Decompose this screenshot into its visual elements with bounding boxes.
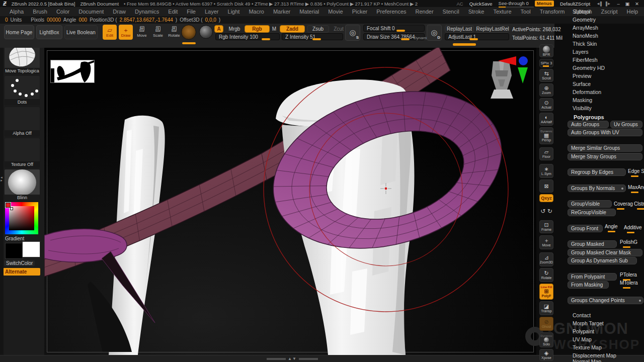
palette-section-thick-skin[interactable]: Thick Skin — [573, 41, 597, 47]
groups-by-normals-button[interactable]: Groups By Normals — [568, 185, 626, 192]
frame-button[interactable]: ⊡Frame — [539, 220, 553, 233]
palette-section-contact[interactable]: Contact — [573, 312, 591, 318]
menu-dynamics[interactable]: Dynamics — [130, 9, 164, 15]
menu-alpha[interactable]: Alpha — [5, 9, 28, 15]
palette-section-geometry-hd[interactable]: Geometry HD — [573, 65, 605, 71]
menu-file[interactable]: File — [182, 9, 200, 15]
see-through-slider[interactable]: See-through 0 — [499, 1, 529, 7]
menu-movie[interactable]: Movie — [324, 9, 347, 15]
move-mode-button[interactable]: ▭M Move — [135, 25, 149, 40]
regroupvisible-button[interactable]: ReGroupVisible — [568, 209, 616, 216]
menu-picker[interactable]: Picker — [348, 9, 372, 15]
menu-marker[interactable]: Marker — [269, 9, 295, 15]
defaultzscript-button[interactable]: DefaultZScript — [560, 1, 590, 7]
rotate-mode-button[interactable]: ▭R Rotate — [167, 25, 181, 40]
palette-section-fibermesh[interactable]: FiberMesh — [573, 57, 598, 63]
floor-button[interactable]: ▱Floor — [539, 147, 553, 160]
rgb-intensity-slider[interactable]: Rgb Intensity 100 — [215, 33, 280, 40]
palette-section-arraymesh[interactable]: ArrayMesh — [573, 25, 598, 31]
solo-button[interactable]: DynamicSolo — [539, 332, 553, 347]
polish-groups-slider[interactable]: PolishG — [620, 239, 637, 247]
rotate-camera-button[interactable]: ↻Rotate — [539, 268, 553, 282]
zoom-button[interactable]: ⊕Zoom — [539, 83, 553, 97]
menu-layer[interactable]: Layer — [200, 9, 223, 15]
group-masked-clear-mask-button[interactable]: Group Masked Clear Mask — [568, 249, 642, 256]
palette-section-texture-map[interactable]: Texture Map — [573, 344, 602, 350]
replay-last-rel-button[interactable]: ReplayLastRel — [476, 25, 509, 33]
groups-changed-points-button[interactable]: Groups Changed Points — [568, 297, 643, 304]
palette-section-uv-map[interactable]: UV Map — [573, 336, 592, 342]
lazy-mouse-selector[interactable]: ◎D — [427, 25, 442, 41]
palette-section-subtool[interactable]: Subtool — [573, 9, 591, 15]
zoom3d-button[interactable]: ⊿Zoom3D — [539, 252, 553, 266]
camera-lock-button[interactable]: ⊠ — [539, 179, 553, 193]
menu-draw[interactable]: Draw — [108, 9, 130, 15]
document-thumbnail[interactable] — [50, 60, 95, 83]
zcut-toggle[interactable]: Zcut — [331, 25, 346, 33]
a-toggle-button[interactable]: A — [214, 25, 223, 33]
palette-section-morph-target[interactable]: Morph Target — [573, 320, 604, 326]
palette-section-displacement-map[interactable]: Displacement Map — [573, 352, 616, 358]
polyframe-button[interactable]: Line Fill⊞PolyF — [539, 284, 553, 300]
spix-slider[interactable]: SPix 3 — [539, 59, 553, 67]
palette-section-surface[interactable]: Surface — [573, 81, 591, 87]
alternate-button[interactable]: Alternate — [3, 268, 40, 276]
focal-shift-slider[interactable]: Focal Shift 0 — [363, 25, 425, 32]
mrgb-toggle[interactable]: Mrgb — [225, 25, 244, 33]
menu-stroke[interactable]: Stroke — [464, 9, 489, 15]
spin-buttons[interactable]: ↺ ↻ — [539, 204, 553, 219]
palette-section-preview[interactable]: Preview — [573, 73, 591, 79]
alpha-tile[interactable]: Alpha Off — [4, 107, 40, 137]
stroke-type-tile[interactable]: Dots — [4, 75, 40, 106]
bottom-tray-toggle-icon[interactable]: ▲▼ — [288, 356, 297, 361]
local-symmetry-button[interactable]: ∗L.Sym — [539, 164, 553, 178]
stroke-selector[interactable]: ◎S — [345, 25, 360, 41]
menu-color[interactable]: Color — [52, 9, 74, 15]
material-tile[interactable]: Blinn — [4, 169, 40, 201]
palette-section-visibility[interactable]: Visibility — [573, 105, 592, 111]
auto-groups-button[interactable]: Auto Groups — [568, 121, 609, 128]
menus-button[interactable]: Menus — [535, 1, 554, 7]
polypaint-tolerance-slider[interactable]: PTolera — [620, 272, 637, 280]
tray-toggle-icons[interactable]: ◄▌ ▐► — [596, 2, 611, 6]
menu-stencil[interactable]: Stencil — [438, 9, 464, 15]
bottom-tray-bar-right[interactable] — [299, 358, 318, 360]
transparency-button[interactable]: ◪Transp — [539, 301, 553, 315]
menu-render[interactable]: Render — [411, 9, 438, 15]
qxyz-button[interactable]: Qxyz — [539, 194, 553, 202]
group-as-dynamesh-sub-button[interactable]: Group As Dynamesh Sub — [568, 257, 637, 264]
zsub-toggle[interactable]: Zsub — [307, 25, 329, 33]
palette-section-layers[interactable]: Layers — [573, 49, 589, 55]
edge-smoothness-slider[interactable]: Edge Se — [628, 168, 644, 176]
menu-texture[interactable]: Texture — [489, 9, 516, 15]
draw-mode-button[interactable]: ＋ Draw — [119, 25, 133, 40]
zadd-toggle[interactable]: Zadd — [280, 25, 305, 33]
from-polypaint-button[interactable]: From Polypaint — [568, 273, 617, 281]
edit-mode-button[interactable]: ▱ Edit — [103, 25, 117, 40]
main-color-swatch[interactable] — [5, 243, 23, 259]
aahalf-button[interactable]: ◐AAHalf — [539, 113, 553, 126]
menu-brush[interactable]: Brush — [28, 9, 52, 15]
merge-stray-groups-button[interactable]: Merge Stray Groups — [568, 153, 642, 160]
actual-button[interactable]: ⊙Actual — [539, 98, 553, 111]
coverage-slider[interactable]: Coverag — [614, 201, 633, 209]
menu-preferences[interactable]: Preferences — [372, 9, 411, 15]
palette-section-masking[interactable]: Masking — [573, 97, 592, 103]
cluster-slider[interactable]: Clstr 0. — [634, 201, 644, 209]
z-intensity-slider[interactable]: Z Intensity 51 — [282, 33, 343, 40]
additive-slider[interactable]: Additive — [624, 225, 642, 232]
brush-preview-swatch[interactable] — [181, 25, 196, 40]
merge-similar-groups-button[interactable]: Merge Similar Groups — [568, 144, 642, 152]
bpr-button[interactable]: BPR — [539, 44, 553, 57]
groupvisible-button[interactable]: GroupVisible — [568, 200, 612, 208]
switchcolor-button[interactable]: SwitchColor — [4, 260, 35, 266]
bottom-tray-bar-left[interactable] — [267, 358, 286, 360]
scale-mode-button[interactable]: ▭S Scale — [151, 25, 165, 40]
xpose-button[interactable]: ◈Xpose — [539, 349, 553, 361]
auto-groups-with-uv-button[interactable]: Auto Groups With UV — [568, 129, 642, 136]
scroll-button[interactable]: ⇆Scroll — [539, 69, 553, 82]
material-preview-sphere[interactable] — [199, 25, 213, 39]
menu-macro[interactable]: Macro — [244, 9, 269, 15]
regroup-by-edges-button[interactable]: Regroup By Edges — [568, 168, 626, 176]
menu-light[interactable]: Light — [223, 9, 245, 15]
